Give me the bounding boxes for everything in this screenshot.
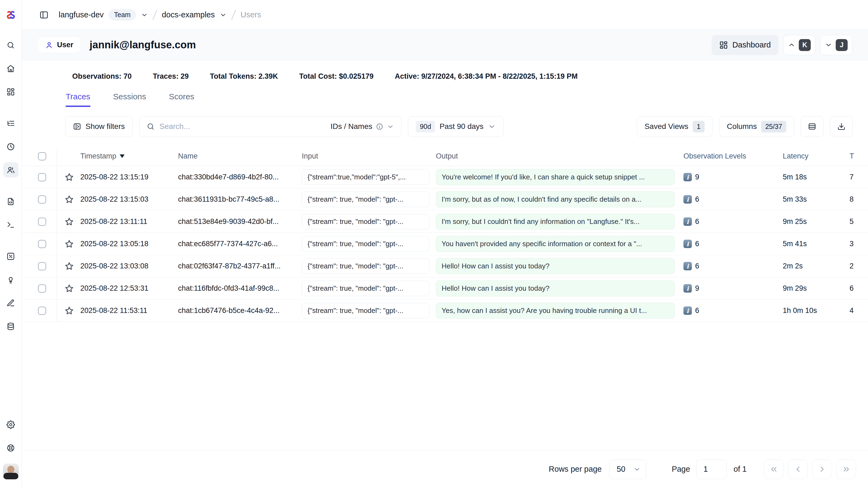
sidebar-item-prompts[interactable] [3,194,19,209]
sidebar-item-search[interactable] [3,37,19,53]
timestamp-cell[interactable]: 2025-08-22 13:11:11 [80,217,178,226]
timestamp-cell[interactable]: 2025-08-22 13:15:03 [80,195,178,204]
tab[interactable]: Scores [169,92,194,107]
first-page-button[interactable] [764,459,783,479]
output-cell[interactable]: You haven't provided any specific inform… [436,236,675,252]
output-cell[interactable]: I'm sorry, but as of now, I couldn't fin… [436,191,675,207]
next-item-button[interactable]: J [820,35,852,55]
star-icon[interactable] [65,217,74,226]
input-cell[interactable]: {"stream": true, "model": "gpt-... [302,258,429,274]
star-icon[interactable] [65,195,74,204]
observation-levels-cell: i 9 [683,284,783,293]
sidebar-item-dashboards[interactable] [3,84,19,99]
langfuse-logo-icon[interactable] [5,9,17,21]
table-row[interactable]: 2025-08-22 13:03:08 chat:02f63f47-87b2-4… [22,255,868,277]
output-cell[interactable]: Hello! How can I assist you today? [436,258,675,274]
next-page-button[interactable] [812,459,832,479]
sidebar-item-ideas[interactable] [3,272,19,287]
sidebar-item-tracing[interactable] [3,116,19,131]
chevron-down-icon[interactable] [141,11,148,19]
name-cell[interactable]: chat:1cb67476-b5ce-4c4a-92... [178,306,302,315]
previous-page-button[interactable] [788,459,808,479]
name-cell[interactable]: chat:3611931b-bc77-49c5-a8... [178,195,302,204]
sidebar-item-sessions[interactable] [3,139,19,154]
observation-levels-column-header[interactable]: Observation Levels [683,152,783,160]
name-cell[interactable]: chat:513e84e9-9039-42d0-bf... [178,217,302,226]
name-cell[interactable]: chat:ec685f77-7374-427c-a6... [178,240,302,248]
export-button[interactable] [830,116,853,137]
sidebar-toggle-button[interactable] [37,8,51,22]
dashboard-button[interactable]: Dashboard [712,35,778,55]
name-column-header[interactable]: Name [178,152,302,160]
star-icon[interactable] [65,262,74,271]
input-column-header[interactable]: Input [302,152,436,160]
row-checkbox[interactable] [38,173,46,181]
sidebar-item-datasets[interactable] [3,318,19,334]
sidebar-item-settings[interactable] [3,417,19,432]
name-cell[interactable]: chat:116fbfdc-0fd3-41af-99c8... [178,284,302,293]
tab[interactable]: Sessions [113,92,146,107]
breadcrumb-environment[interactable]: docs-examples [162,10,215,19]
star-icon[interactable] [65,173,74,182]
breadcrumb-project[interactable]: langfuse-dev [59,10,104,19]
sidebar-item-playground[interactable] [3,217,19,232]
row-checkbox[interactable] [38,307,46,315]
user-avatar[interactable] [3,464,19,479]
timestamp-cell[interactable]: 2025-08-22 13:03:08 [80,262,178,270]
input-cell[interactable]: {"stream": true, "model": "gpt-... [302,281,429,296]
sidebar-item-evaluation[interactable] [3,249,19,264]
output-cell[interactable]: Yes, how can I assist you? Are you havin… [436,303,675,318]
table-row[interactable]: 2025-08-22 13:15:03 chat:3611931b-bc77-4… [22,188,868,211]
stat-item: Observations: 70 [72,72,132,81]
table-row[interactable]: 2025-08-22 13:11:11 chat:513e84e9-9039-4… [22,211,868,233]
last-page-button[interactable] [837,459,856,479]
input-cell[interactable]: {"stream": true, "model": "gpt-... [302,192,429,207]
tokens-column-header[interactable]: T [849,152,868,160]
row-checkbox[interactable] [38,262,46,270]
show-filters-button[interactable]: Show filters [65,116,133,137]
rows-per-page-select[interactable]: 50 [609,459,646,479]
row-checkbox[interactable] [38,240,46,248]
star-icon[interactable] [65,306,74,315]
row-height-button[interactable] [801,116,824,137]
sidebar-item-users[interactable] [3,162,19,178]
columns-button[interactable]: Columns 25/37 [719,116,794,137]
row-checkbox[interactable] [38,284,46,293]
output-cell[interactable]: You're welcome! If you'd like, I can sha… [436,169,675,185]
sidebar-item-annotation[interactable] [3,295,19,310]
input-cell[interactable]: {"stream": true, "model": "gpt-... [302,303,429,318]
timestamp-column-header[interactable]: Timestamp [80,152,178,160]
table-row[interactable]: 2025-08-22 13:15:19 chat:330bd4e7-d869-4… [22,166,868,188]
latency-column-header[interactable]: Latency [783,152,849,160]
timestamp-cell[interactable]: 2025-08-22 13:15:19 [80,173,178,181]
row-checkbox[interactable] [38,218,46,226]
output-cell[interactable]: I'm sorry, but I couldn't find any infor… [436,214,675,230]
table-row[interactable]: 2025-08-22 11:53:11 chat:1cb67476-b5ce-4… [22,300,868,322]
table-row[interactable]: 2025-08-22 13:05:18 chat:ec685f77-7374-4… [22,233,868,255]
output-cell[interactable]: Hello! How can I assist you today? [436,280,675,296]
chevron-down-icon[interactable] [220,11,227,19]
timestamp-cell[interactable]: 2025-08-22 13:05:18 [80,240,178,248]
table-row[interactable]: 2025-08-22 12:53:31 chat:116fbfdc-0fd3-4… [22,277,868,300]
saved-views-button[interactable]: Saved Views 1 [637,116,712,137]
output-column-header[interactable]: Output [436,152,683,160]
timestamp-cell[interactable]: 2025-08-22 12:53:31 [80,284,178,293]
name-cell[interactable]: chat:330bd4e7-d869-4b2f-80... [178,173,302,181]
page-number-input[interactable]: 1 [696,459,726,479]
tab[interactable]: Traces [66,92,90,107]
search-scope-dropdown[interactable]: IDs / Names [331,122,394,131]
input-cell[interactable]: {"stream":true,"model":"gpt-5",... [302,170,429,185]
search-input[interactable] [160,122,326,131]
star-icon[interactable] [65,284,74,293]
previous-item-button[interactable]: K [783,35,815,55]
name-cell[interactable]: chat:02f63f47-87b2-4377-a1ff... [178,262,302,270]
input-cell[interactable]: {"stream": true, "model": "gpt-... [302,236,429,252]
timestamp-cell[interactable]: 2025-08-22 11:53:11 [80,306,178,315]
sidebar-item-support[interactable] [3,440,19,455]
star-icon[interactable] [65,239,74,249]
row-checkbox[interactable] [38,195,46,204]
input-cell[interactable]: {"stream": true, "model": "gpt-... [302,214,429,230]
select-all-checkbox[interactable] [38,152,46,160]
date-range-button[interactable]: 90d Past 90 days [408,116,504,137]
sidebar-item-home[interactable] [3,61,19,76]
